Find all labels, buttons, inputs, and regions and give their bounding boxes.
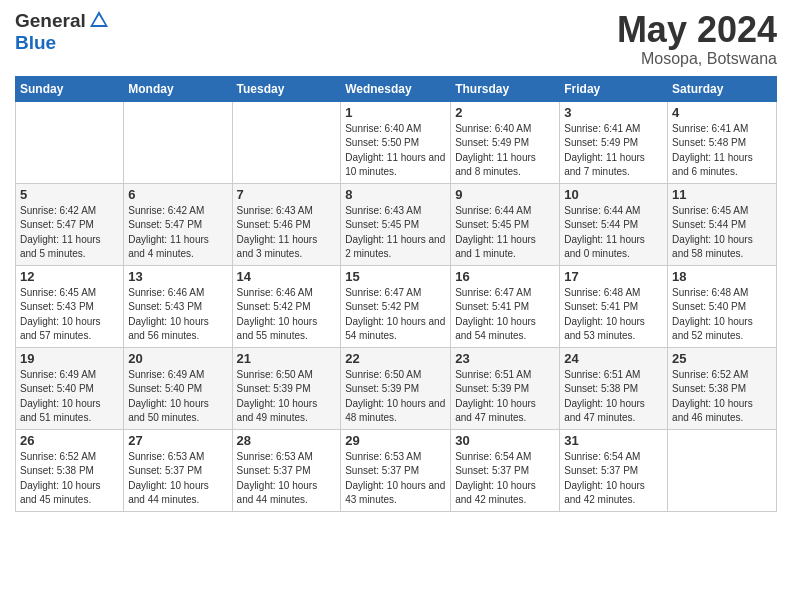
- day-number: 20: [128, 351, 227, 366]
- calendar-cell: 11Sunrise: 6:45 AM Sunset: 5:44 PM Dayli…: [668, 183, 777, 265]
- day-number: 5: [20, 187, 119, 202]
- day-number: 8: [345, 187, 446, 202]
- logo-general: General: [15, 10, 86, 32]
- day-info: Sunrise: 6:49 AM Sunset: 5:40 PM Dayligh…: [20, 368, 119, 426]
- day-info: Sunrise: 6:47 AM Sunset: 5:41 PM Dayligh…: [455, 286, 555, 344]
- calendar-cell: 24Sunrise: 6:51 AM Sunset: 5:38 PM Dayli…: [560, 347, 668, 429]
- day-info: Sunrise: 6:42 AM Sunset: 5:47 PM Dayligh…: [128, 204, 227, 262]
- day-info: Sunrise: 6:49 AM Sunset: 5:40 PM Dayligh…: [128, 368, 227, 426]
- day-number: 13: [128, 269, 227, 284]
- day-number: 4: [672, 105, 772, 120]
- day-number: 25: [672, 351, 772, 366]
- calendar-cell: [668, 429, 777, 511]
- day-info: Sunrise: 6:54 AM Sunset: 5:37 PM Dayligh…: [455, 450, 555, 508]
- day-number: 9: [455, 187, 555, 202]
- calendar-cell: 2Sunrise: 6:40 AM Sunset: 5:49 PM Daylig…: [451, 101, 560, 183]
- calendar-cell: 26Sunrise: 6:52 AM Sunset: 5:38 PM Dayli…: [16, 429, 124, 511]
- day-info: Sunrise: 6:44 AM Sunset: 5:44 PM Dayligh…: [564, 204, 663, 262]
- day-info: Sunrise: 6:43 AM Sunset: 5:45 PM Dayligh…: [345, 204, 446, 262]
- calendar-cell: 30Sunrise: 6:54 AM Sunset: 5:37 PM Dayli…: [451, 429, 560, 511]
- logo-blue: Blue: [15, 32, 56, 53]
- day-number: 10: [564, 187, 663, 202]
- day-info: Sunrise: 6:40 AM Sunset: 5:50 PM Dayligh…: [345, 122, 446, 180]
- day-number: 15: [345, 269, 446, 284]
- day-number: 28: [237, 433, 337, 448]
- calendar-cell: 31Sunrise: 6:54 AM Sunset: 5:37 PM Dayli…: [560, 429, 668, 511]
- calendar-cell: [16, 101, 124, 183]
- calendar-cell: 19Sunrise: 6:49 AM Sunset: 5:40 PM Dayli…: [16, 347, 124, 429]
- day-number: 3: [564, 105, 663, 120]
- header-monday: Monday: [124, 76, 232, 101]
- day-info: Sunrise: 6:50 AM Sunset: 5:39 PM Dayligh…: [237, 368, 337, 426]
- day-number: 14: [237, 269, 337, 284]
- day-info: Sunrise: 6:45 AM Sunset: 5:44 PM Dayligh…: [672, 204, 772, 262]
- day-number: 11: [672, 187, 772, 202]
- day-info: Sunrise: 6:41 AM Sunset: 5:48 PM Dayligh…: [672, 122, 772, 180]
- day-info: Sunrise: 6:50 AM Sunset: 5:39 PM Dayligh…: [345, 368, 446, 426]
- calendar-cell: 9Sunrise: 6:44 AM Sunset: 5:45 PM Daylig…: [451, 183, 560, 265]
- calendar-week-1: 1Sunrise: 6:40 AM Sunset: 5:50 PM Daylig…: [16, 101, 777, 183]
- day-number: 6: [128, 187, 227, 202]
- day-info: Sunrise: 6:41 AM Sunset: 5:49 PM Dayligh…: [564, 122, 663, 180]
- calendar-cell: 21Sunrise: 6:50 AM Sunset: 5:39 PM Dayli…: [232, 347, 341, 429]
- header-friday: Friday: [560, 76, 668, 101]
- day-info: Sunrise: 6:46 AM Sunset: 5:43 PM Dayligh…: [128, 286, 227, 344]
- calendar-cell: 13Sunrise: 6:46 AM Sunset: 5:43 PM Dayli…: [124, 265, 232, 347]
- calendar-cell: 15Sunrise: 6:47 AM Sunset: 5:42 PM Dayli…: [341, 265, 451, 347]
- calendar-cell: 14Sunrise: 6:46 AM Sunset: 5:42 PM Dayli…: [232, 265, 341, 347]
- day-number: 7: [237, 187, 337, 202]
- day-number: 23: [455, 351, 555, 366]
- header-tuesday: Tuesday: [232, 76, 341, 101]
- month-title: May 2024: [617, 10, 777, 50]
- calendar-cell: 28Sunrise: 6:53 AM Sunset: 5:37 PM Dayli…: [232, 429, 341, 511]
- day-info: Sunrise: 6:45 AM Sunset: 5:43 PM Dayligh…: [20, 286, 119, 344]
- calendar-cell: 6Sunrise: 6:42 AM Sunset: 5:47 PM Daylig…: [124, 183, 232, 265]
- calendar-cell: 7Sunrise: 6:43 AM Sunset: 5:46 PM Daylig…: [232, 183, 341, 265]
- calendar-cell: 5Sunrise: 6:42 AM Sunset: 5:47 PM Daylig…: [16, 183, 124, 265]
- calendar-header-row: SundayMondayTuesdayWednesdayThursdayFrid…: [16, 76, 777, 101]
- day-number: 2: [455, 105, 555, 120]
- page-header: General Blue May 2024 Mosopa, Botswana: [15, 10, 777, 68]
- day-number: 1: [345, 105, 446, 120]
- calendar-week-5: 26Sunrise: 6:52 AM Sunset: 5:38 PM Dayli…: [16, 429, 777, 511]
- calendar-cell: 3Sunrise: 6:41 AM Sunset: 5:49 PM Daylig…: [560, 101, 668, 183]
- day-info: Sunrise: 6:43 AM Sunset: 5:46 PM Dayligh…: [237, 204, 337, 262]
- header-wednesday: Wednesday: [341, 76, 451, 101]
- calendar-cell: 23Sunrise: 6:51 AM Sunset: 5:39 PM Dayli…: [451, 347, 560, 429]
- calendar-cell: 25Sunrise: 6:52 AM Sunset: 5:38 PM Dayli…: [668, 347, 777, 429]
- calendar-table: SundayMondayTuesdayWednesdayThursdayFrid…: [15, 76, 777, 512]
- calendar-cell: [232, 101, 341, 183]
- location: Mosopa, Botswana: [617, 50, 777, 68]
- calendar-cell: 10Sunrise: 6:44 AM Sunset: 5:44 PM Dayli…: [560, 183, 668, 265]
- day-info: Sunrise: 6:51 AM Sunset: 5:38 PM Dayligh…: [564, 368, 663, 426]
- day-info: Sunrise: 6:44 AM Sunset: 5:45 PM Dayligh…: [455, 204, 555, 262]
- day-info: Sunrise: 6:40 AM Sunset: 5:49 PM Dayligh…: [455, 122, 555, 180]
- day-info: Sunrise: 6:48 AM Sunset: 5:40 PM Dayligh…: [672, 286, 772, 344]
- calendar-cell: 17Sunrise: 6:48 AM Sunset: 5:41 PM Dayli…: [560, 265, 668, 347]
- day-number: 31: [564, 433, 663, 448]
- logo: General Blue: [15, 10, 110, 54]
- calendar-cell: [124, 101, 232, 183]
- title-block: May 2024 Mosopa, Botswana: [617, 10, 777, 68]
- day-number: 18: [672, 269, 772, 284]
- day-number: 17: [564, 269, 663, 284]
- calendar-week-3: 12Sunrise: 6:45 AM Sunset: 5:43 PM Dayli…: [16, 265, 777, 347]
- header-thursday: Thursday: [451, 76, 560, 101]
- day-info: Sunrise: 6:52 AM Sunset: 5:38 PM Dayligh…: [20, 450, 119, 508]
- day-info: Sunrise: 6:46 AM Sunset: 5:42 PM Dayligh…: [237, 286, 337, 344]
- day-info: Sunrise: 6:53 AM Sunset: 5:37 PM Dayligh…: [345, 450, 446, 508]
- logo-icon: [88, 9, 110, 31]
- header-sunday: Sunday: [16, 76, 124, 101]
- calendar-cell: 16Sunrise: 6:47 AM Sunset: 5:41 PM Dayli…: [451, 265, 560, 347]
- day-info: Sunrise: 6:53 AM Sunset: 5:37 PM Dayligh…: [237, 450, 337, 508]
- calendar-cell: 4Sunrise: 6:41 AM Sunset: 5:48 PM Daylig…: [668, 101, 777, 183]
- calendar-cell: 18Sunrise: 6:48 AM Sunset: 5:40 PM Dayli…: [668, 265, 777, 347]
- day-number: 12: [20, 269, 119, 284]
- calendar-week-2: 5Sunrise: 6:42 AM Sunset: 5:47 PM Daylig…: [16, 183, 777, 265]
- day-number: 16: [455, 269, 555, 284]
- day-number: 19: [20, 351, 119, 366]
- day-info: Sunrise: 6:42 AM Sunset: 5:47 PM Dayligh…: [20, 204, 119, 262]
- calendar-cell: 8Sunrise: 6:43 AM Sunset: 5:45 PM Daylig…: [341, 183, 451, 265]
- day-number: 30: [455, 433, 555, 448]
- day-info: Sunrise: 6:54 AM Sunset: 5:37 PM Dayligh…: [564, 450, 663, 508]
